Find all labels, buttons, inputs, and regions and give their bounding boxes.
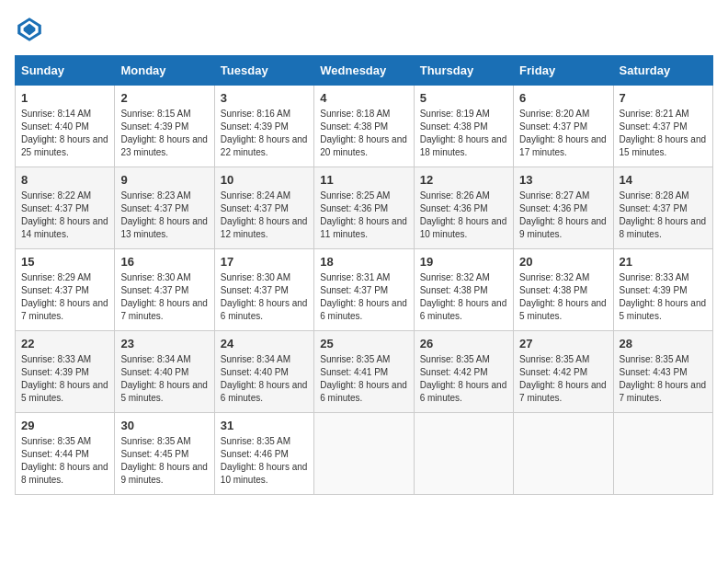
calendar-day: 27 Sunrise: 8:35 AM Sunset: 4:42 PM Dayl… xyxy=(514,331,613,413)
calendar-day: 15 Sunrise: 8:29 AM Sunset: 4:37 PM Dayl… xyxy=(16,249,115,331)
day-info: Sunrise: 8:24 AM Sunset: 4:37 PM Dayligh… xyxy=(221,190,308,241)
day-number: 16 xyxy=(120,255,208,269)
day-info: Sunrise: 8:35 AM Sunset: 4:44 PM Dayligh… xyxy=(21,435,108,487)
calendar-day: 26 Sunrise: 8:35 AM Sunset: 4:42 PM Dayl… xyxy=(414,331,513,413)
day-info: Sunrise: 8:30 AM Sunset: 4:37 PM Dayligh… xyxy=(120,271,208,323)
day-info: Sunrise: 8:35 AM Sunset: 4:42 PM Dayligh… xyxy=(420,353,507,405)
calendar-week: 29 Sunrise: 8:35 AM Sunset: 4:44 PM Dayl… xyxy=(16,413,713,495)
calendar-day: 13 Sunrise: 8:27 AM Sunset: 4:36 PM Dayl… xyxy=(514,167,613,249)
calendar-day: 18 Sunrise: 8:31 AM Sunset: 4:37 PM Dayl… xyxy=(314,249,414,331)
day-info: Sunrise: 8:26 AM Sunset: 4:36 PM Dayligh… xyxy=(420,190,507,241)
calendar-day: 28 Sunrise: 8:35 AM Sunset: 4:43 PM Dayl… xyxy=(613,331,712,413)
calendar-header: SundayMondayTuesdayWednesdayThursdayFrid… xyxy=(16,56,713,86)
calendar-week: 1 Sunrise: 8:14 AM Sunset: 4:40 PM Dayli… xyxy=(16,86,713,167)
day-number: 18 xyxy=(320,255,407,269)
calendar-day: 22 Sunrise: 8:33 AM Sunset: 4:39 PM Dayl… xyxy=(16,331,115,413)
day-number: 31 xyxy=(221,419,308,432)
day-number: 7 xyxy=(620,91,707,105)
day-number: 6 xyxy=(519,91,607,105)
day-number: 3 xyxy=(221,91,308,105)
day-number: 29 xyxy=(21,419,108,432)
calendar-week: 22 Sunrise: 8:33 AM Sunset: 4:39 PM Dayl… xyxy=(16,331,713,413)
calendar-week: 15 Sunrise: 8:29 AM Sunset: 4:37 PM Dayl… xyxy=(16,249,713,331)
calendar-day: 14 Sunrise: 8:28 AM Sunset: 4:37 PM Dayl… xyxy=(613,167,712,249)
weekday-header: Tuesday xyxy=(214,56,313,86)
calendar-week: 8 Sunrise: 8:22 AM Sunset: 4:37 PM Dayli… xyxy=(16,167,713,249)
day-info: Sunrise: 8:34 AM Sunset: 4:40 PM Dayligh… xyxy=(221,353,308,405)
day-info: Sunrise: 8:28 AM Sunset: 4:37 PM Dayligh… xyxy=(620,190,707,241)
day-number: 30 xyxy=(120,419,208,432)
day-info: Sunrise: 8:21 AM Sunset: 4:37 PM Dayligh… xyxy=(620,108,707,159)
day-info: Sunrise: 8:35 AM Sunset: 4:45 PM Dayligh… xyxy=(120,435,208,487)
day-info: Sunrise: 8:20 AM Sunset: 4:37 PM Dayligh… xyxy=(519,108,607,159)
calendar-day xyxy=(514,413,613,495)
day-info: Sunrise: 8:29 AM Sunset: 4:37 PM Dayligh… xyxy=(21,271,108,323)
day-info: Sunrise: 8:35 AM Sunset: 4:42 PM Dayligh… xyxy=(519,353,607,405)
calendar-day: 7 Sunrise: 8:21 AM Sunset: 4:37 PM Dayli… xyxy=(613,86,712,167)
calendar-day: 31 Sunrise: 8:35 AM Sunset: 4:46 PM Dayl… xyxy=(214,413,313,495)
day-number: 14 xyxy=(620,173,707,187)
day-info: Sunrise: 8:15 AM Sunset: 4:39 PM Dayligh… xyxy=(120,108,208,159)
calendar-day: 4 Sunrise: 8:18 AM Sunset: 4:38 PM Dayli… xyxy=(314,86,414,167)
calendar-day: 9 Sunrise: 8:23 AM Sunset: 4:37 PM Dayli… xyxy=(115,167,214,249)
day-info: Sunrise: 8:22 AM Sunset: 4:37 PM Dayligh… xyxy=(21,190,108,241)
calendar-day: 29 Sunrise: 8:35 AM Sunset: 4:44 PM Dayl… xyxy=(16,413,115,495)
day-number: 24 xyxy=(221,337,308,350)
calendar-day: 23 Sunrise: 8:34 AM Sunset: 4:40 PM Dayl… xyxy=(115,331,214,413)
day-info: Sunrise: 8:23 AM Sunset: 4:37 PM Dayligh… xyxy=(120,190,208,241)
day-info: Sunrise: 8:35 AM Sunset: 4:46 PM Dayligh… xyxy=(221,435,308,487)
calendar-day: 17 Sunrise: 8:30 AM Sunset: 4:37 PM Dayl… xyxy=(214,249,313,331)
day-info: Sunrise: 8:18 AM Sunset: 4:38 PM Dayligh… xyxy=(320,108,407,159)
calendar-day: 8 Sunrise: 8:22 AM Sunset: 4:37 PM Dayli… xyxy=(16,167,115,249)
calendar-day: 30 Sunrise: 8:35 AM Sunset: 4:45 PM Dayl… xyxy=(115,413,214,495)
calendar-day xyxy=(414,413,513,495)
day-number: 27 xyxy=(519,337,607,350)
day-info: Sunrise: 8:32 AM Sunset: 4:38 PM Dayligh… xyxy=(519,271,607,323)
day-info: Sunrise: 8:35 AM Sunset: 4:41 PM Dayligh… xyxy=(320,353,407,405)
day-info: Sunrise: 8:31 AM Sunset: 4:37 PM Dayligh… xyxy=(320,271,407,323)
day-number: 10 xyxy=(221,173,308,187)
day-number: 21 xyxy=(620,255,707,269)
calendar-day xyxy=(613,413,712,495)
weekday-header: Monday xyxy=(115,56,214,86)
weekday-header: Thursday xyxy=(414,56,513,86)
calendar-day: 21 Sunrise: 8:33 AM Sunset: 4:39 PM Dayl… xyxy=(613,249,712,331)
day-info: Sunrise: 8:25 AM Sunset: 4:36 PM Dayligh… xyxy=(320,190,407,241)
weekday-header: Wednesday xyxy=(314,56,414,86)
calendar-day: 16 Sunrise: 8:30 AM Sunset: 4:37 PM Dayl… xyxy=(115,249,214,331)
calendar-day: 3 Sunrise: 8:16 AM Sunset: 4:39 PM Dayli… xyxy=(214,86,313,167)
logo-icon xyxy=(15,15,44,44)
day-number: 12 xyxy=(420,173,507,187)
day-number: 11 xyxy=(320,173,407,187)
calendar-day: 11 Sunrise: 8:25 AM Sunset: 4:36 PM Dayl… xyxy=(314,167,414,249)
day-info: Sunrise: 8:35 AM Sunset: 4:43 PM Dayligh… xyxy=(620,353,707,405)
day-info: Sunrise: 8:27 AM Sunset: 4:36 PM Dayligh… xyxy=(519,190,607,241)
day-number: 5 xyxy=(420,91,507,105)
day-info: Sunrise: 8:16 AM Sunset: 4:39 PM Dayligh… xyxy=(221,108,308,159)
day-number: 13 xyxy=(519,173,607,187)
calendar-day: 24 Sunrise: 8:34 AM Sunset: 4:40 PM Dayl… xyxy=(214,331,313,413)
day-number: 22 xyxy=(21,337,108,350)
day-number: 2 xyxy=(120,91,208,105)
day-info: Sunrise: 8:14 AM Sunset: 4:40 PM Dayligh… xyxy=(21,108,108,159)
day-info: Sunrise: 8:32 AM Sunset: 4:38 PM Dayligh… xyxy=(420,271,507,323)
day-number: 20 xyxy=(519,255,607,269)
day-number: 23 xyxy=(120,337,208,350)
logo xyxy=(15,15,48,44)
day-number: 17 xyxy=(221,255,308,269)
calendar-day: 5 Sunrise: 8:19 AM Sunset: 4:38 PM Dayli… xyxy=(414,86,513,167)
calendar-day: 2 Sunrise: 8:15 AM Sunset: 4:39 PM Dayli… xyxy=(115,86,214,167)
calendar-table: SundayMondayTuesdayWednesdayThursdayFrid… xyxy=(15,55,713,495)
day-number: 26 xyxy=(420,337,507,350)
day-number: 25 xyxy=(320,337,407,350)
calendar-day: 1 Sunrise: 8:14 AM Sunset: 4:40 PM Dayli… xyxy=(16,86,115,167)
day-info: Sunrise: 8:30 AM Sunset: 4:37 PM Dayligh… xyxy=(221,271,308,323)
page-header xyxy=(15,15,713,44)
weekday-header: Saturday xyxy=(613,56,712,86)
calendar-day xyxy=(314,413,414,495)
calendar-day: 25 Sunrise: 8:35 AM Sunset: 4:41 PM Dayl… xyxy=(314,331,414,413)
day-info: Sunrise: 8:19 AM Sunset: 4:38 PM Dayligh… xyxy=(420,108,507,159)
weekday-header: Sunday xyxy=(16,56,115,86)
weekday-header: Friday xyxy=(514,56,613,86)
day-number: 28 xyxy=(620,337,707,350)
